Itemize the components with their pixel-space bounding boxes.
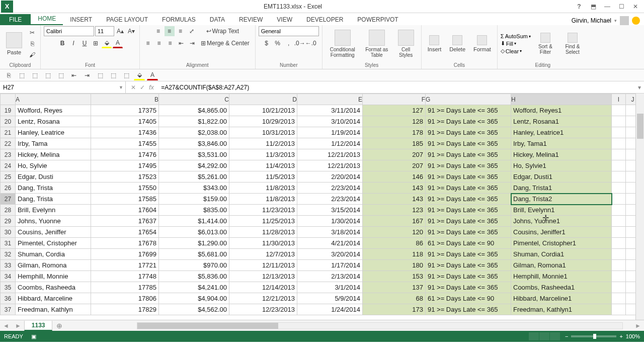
cell-J35[interactable] (626, 282, 636, 293)
column-header-E[interactable]: E (297, 94, 363, 105)
cell-C37[interactable]: $4,562.00 (159, 304, 229, 315)
comma-format-icon[interactable]: , (284, 38, 294, 48)
qat-icon[interactable]: ⬚ (42, 70, 53, 80)
cell-J37[interactable] (626, 304, 636, 315)
cell-C36[interactable]: $4,904.00 (159, 293, 229, 304)
qat-icon[interactable]: ⬚ (29, 70, 40, 80)
cell-E19[interactable]: 3/11/2014 (297, 105, 363, 116)
row-header[interactable]: 37 (1, 304, 16, 315)
cell-D20[interactable]: 10/29/2013 (229, 116, 297, 127)
cell-J34[interactable] (626, 271, 636, 282)
align-middle-icon[interactable]: ≡ (165, 26, 175, 36)
normal-view-icon[interactable] (529, 332, 539, 340)
cell-B22[interactable]: 17455 (91, 138, 159, 149)
cell-F19[interactable]: 127 (363, 105, 426, 116)
align-bottom-icon[interactable]: ≡ (176, 26, 186, 36)
cell-G36[interactable]: 61 >= Days Late <= 90 (426, 293, 511, 304)
align-top-icon[interactable]: ≡ (153, 26, 164, 36)
cell-C30[interactable]: $6,013.00 (159, 227, 229, 238)
cell-G27[interactable]: 91 >= Days Late <= 365 (426, 194, 511, 205)
zoom-out-button[interactable]: − (565, 333, 568, 339)
cell-C23[interactable]: $3,531.00 (159, 149, 229, 160)
column-header-D[interactable]: D (229, 94, 297, 105)
select-all-corner[interactable] (1, 94, 16, 105)
ribbon-tab-insert[interactable]: INSERT (63, 14, 99, 25)
ribbon-tab-data[interactable]: DATA (203, 14, 232, 25)
cell-C25[interactable]: $5,261.00 (159, 171, 229, 183)
row-header[interactable]: 27 (1, 194, 16, 205)
row-header[interactable]: 22 (1, 138, 16, 149)
cell-G37[interactable]: 91 >= Days Late <= 365 (426, 304, 511, 315)
cell-D23[interactable]: 11/3/2013 (229, 149, 297, 160)
cell-D31[interactable]: 11/30/2013 (229, 238, 297, 249)
cell-B32[interactable]: 17699 (91, 249, 159, 260)
format-as-table-button[interactable]: Format as Table (362, 29, 392, 59)
page-break-view-icon[interactable] (550, 332, 560, 340)
format-painter-icon[interactable]: 🖌 (27, 50, 37, 60)
cell-A37[interactable]: Freedman, Kathlyn (16, 304, 91, 315)
cell-H36[interactable]: Hibbard, Marceline1 (511, 293, 612, 304)
page-layout-view-icon[interactable] (539, 332, 549, 340)
cell-H28[interactable]: Brill, Evelynn1 (511, 205, 612, 216)
cell-F31[interactable]: 86 (363, 238, 426, 249)
worksheet-grid[interactable]: ABCDEFGHIJ19Wofford, Reyes17375$4,865.00… (0, 94, 644, 320)
cell-I29[interactable] (612, 216, 626, 227)
copy-icon[interactable]: ⎘ (27, 39, 37, 49)
sheet-nav-next-icon[interactable]: ► (12, 322, 24, 329)
user-account[interactable]: Girvin, Michael ▾ (572, 16, 644, 25)
cell-B29[interactable]: 17637 (91, 216, 159, 227)
cell-F20[interactable]: 128 (363, 116, 426, 127)
cell-C31[interactable]: $1,290.00 (159, 238, 229, 249)
qat-icon[interactable]: ⬚ (121, 70, 132, 80)
accounting-format-icon[interactable]: $ (262, 38, 272, 48)
zoom-slider[interactable] (571, 335, 616, 337)
cell-H30[interactable]: Cousins, Jeniffer1 (511, 227, 612, 238)
cell-H22[interactable]: Irby, Tama1 (511, 138, 612, 149)
cell-G32[interactable]: 91 >= Days Late <= 365 (426, 249, 511, 260)
cell-styles-button[interactable]: Cell Styles (394, 29, 418, 59)
cell-B28[interactable]: 17604 (91, 205, 159, 216)
cell-J20[interactable] (626, 116, 636, 127)
column-header-C[interactable]: C (159, 94, 229, 105)
cell-A33[interactable]: Gilman, Romona (16, 260, 91, 271)
cell-A31[interactable]: Pimentel, Cristopher (16, 238, 91, 249)
cut-icon[interactable]: ✂ (27, 28, 37, 38)
qat-font-color-icon[interactable]: A (147, 70, 158, 80)
cell-E23[interactable]: 12/21/2013 (297, 149, 363, 160)
qat-icon[interactable]: ⬚ (108, 70, 119, 80)
cell-D25[interactable]: 11/5/2013 (229, 171, 297, 183)
cell-E37[interactable]: 1/24/2014 (297, 304, 363, 315)
cell-B33[interactable]: 17721 (91, 260, 159, 271)
zoom-level[interactable]: 100% (626, 333, 640, 339)
cell-C33[interactable]: $970.00 (159, 260, 229, 271)
cell-G29[interactable]: 91 >= Days Late <= 365 (426, 216, 511, 227)
cell-C29[interactable]: $1,414.00 (159, 216, 229, 227)
cell-J25[interactable] (626, 171, 636, 183)
cell-H35[interactable]: Coombs, Rasheeda1 (511, 282, 612, 293)
cell-J23[interactable] (626, 149, 636, 160)
cell-I27[interactable] (612, 194, 626, 205)
cell-D22[interactable]: 11/2/2013 (229, 138, 297, 149)
row-header[interactable]: 33 (1, 260, 16, 271)
underline-button[interactable]: U (79, 38, 90, 48)
cell-I24[interactable] (612, 160, 626, 171)
cell-I25[interactable] (612, 171, 626, 183)
cell-I28[interactable] (612, 205, 626, 216)
cell-H33[interactable]: Gilman, Romona1 (511, 260, 612, 271)
cell-C28[interactable]: $835.00 (159, 205, 229, 216)
row-header[interactable]: 31 (1, 238, 16, 249)
cell-H19[interactable]: Wofford, Reyes1 (511, 105, 612, 116)
cell-B19[interactable]: 17375 (91, 105, 159, 116)
name-box[interactable]: ▼ (0, 81, 126, 93)
ribbon-tab-view[interactable]: VIEW (270, 14, 299, 25)
cell-F22[interactable]: 185 (363, 138, 426, 149)
orientation-icon[interactable]: ⤢ (187, 26, 197, 36)
smiley-icon[interactable] (632, 17, 640, 25)
insert-cells-button[interactable]: Insert (425, 34, 445, 53)
cell-H27[interactable]: Dang, Trista2 (511, 194, 612, 205)
cell-H21[interactable]: Hanley, Leatrice1 (511, 127, 612, 138)
cell-G21[interactable]: 91 >= Days Late <= 365 (426, 127, 511, 138)
cell-D29[interactable]: 11/25/2013 (229, 216, 297, 227)
cell-F27[interactable]: 143 (363, 194, 426, 205)
cell-I34[interactable] (612, 271, 626, 282)
